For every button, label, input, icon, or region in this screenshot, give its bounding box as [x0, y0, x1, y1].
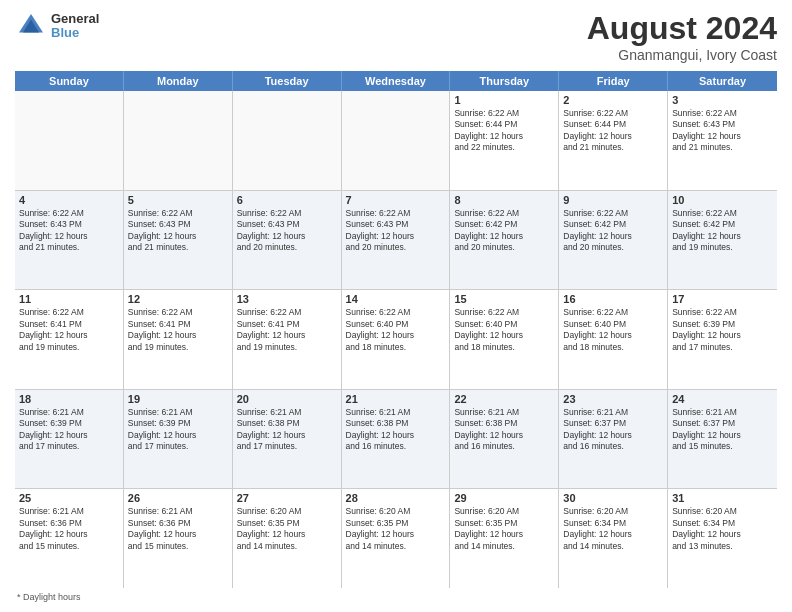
- calendar-cell-day-28: 28Sunrise: 6:20 AM Sunset: 6:35 PM Dayli…: [342, 489, 451, 588]
- cell-info: Sunrise: 6:21 AM Sunset: 6:37 PM Dayligh…: [672, 407, 773, 453]
- calendar-cell-day-10: 10Sunrise: 6:22 AM Sunset: 6:42 PM Dayli…: [668, 191, 777, 290]
- cell-info: Sunrise: 6:21 AM Sunset: 6:38 PM Dayligh…: [346, 407, 446, 453]
- logo-line1: General: [51, 12, 99, 26]
- day-number: 11: [19, 293, 119, 305]
- day-number: 22: [454, 393, 554, 405]
- cell-info: Sunrise: 6:22 AM Sunset: 6:40 PM Dayligh…: [346, 307, 446, 353]
- day-number: 13: [237, 293, 337, 305]
- day-number: 20: [237, 393, 337, 405]
- day-number: 26: [128, 492, 228, 504]
- day-number: 25: [19, 492, 119, 504]
- day-number: 1: [454, 94, 554, 106]
- calendar-header: SundayMondayTuesdayWednesdayThursdayFrid…: [15, 71, 777, 91]
- calendar-cell-day-27: 27Sunrise: 6:20 AM Sunset: 6:35 PM Dayli…: [233, 489, 342, 588]
- cell-info: Sunrise: 6:22 AM Sunset: 6:44 PM Dayligh…: [454, 108, 554, 154]
- calendar-cell-day-16: 16Sunrise: 6:22 AM Sunset: 6:40 PM Dayli…: [559, 290, 668, 389]
- calendar-row-5: 25Sunrise: 6:21 AM Sunset: 6:36 PM Dayli…: [15, 489, 777, 588]
- day-number: 5: [128, 194, 228, 206]
- calendar-cell-day-5: 5Sunrise: 6:22 AM Sunset: 6:43 PM Daylig…: [124, 191, 233, 290]
- cell-info: Sunrise: 6:21 AM Sunset: 6:38 PM Dayligh…: [454, 407, 554, 453]
- logo: General Blue: [15, 10, 99, 42]
- cell-info: Sunrise: 6:22 AM Sunset: 6:42 PM Dayligh…: [454, 208, 554, 254]
- day-number: 17: [672, 293, 773, 305]
- calendar-cell-day-1: 1Sunrise: 6:22 AM Sunset: 6:44 PM Daylig…: [450, 91, 559, 190]
- cell-info: Sunrise: 6:22 AM Sunset: 6:42 PM Dayligh…: [672, 208, 773, 254]
- calendar-cell-day-23: 23Sunrise: 6:21 AM Sunset: 6:37 PM Dayli…: [559, 390, 668, 489]
- day-number: 2: [563, 94, 663, 106]
- calendar-cell-day-31: 31Sunrise: 6:20 AM Sunset: 6:34 PM Dayli…: [668, 489, 777, 588]
- calendar: SundayMondayTuesdayWednesdayThursdayFrid…: [15, 71, 777, 588]
- cell-info: Sunrise: 6:22 AM Sunset: 6:43 PM Dayligh…: [346, 208, 446, 254]
- calendar-cell-day-22: 22Sunrise: 6:21 AM Sunset: 6:38 PM Dayli…: [450, 390, 559, 489]
- day-number: 10: [672, 194, 773, 206]
- calendar-row-2: 4Sunrise: 6:22 AM Sunset: 6:43 PM Daylig…: [15, 191, 777, 291]
- day-number: 9: [563, 194, 663, 206]
- day-number: 16: [563, 293, 663, 305]
- header-day-monday: Monday: [124, 71, 233, 91]
- day-number: 28: [346, 492, 446, 504]
- cell-info: Sunrise: 6:20 AM Sunset: 6:34 PM Dayligh…: [672, 506, 773, 552]
- calendar-row-4: 18Sunrise: 6:21 AM Sunset: 6:39 PM Dayli…: [15, 390, 777, 490]
- calendar-cell-day-17: 17Sunrise: 6:22 AM Sunset: 6:39 PM Dayli…: [668, 290, 777, 389]
- calendar-cell-day-13: 13Sunrise: 6:22 AM Sunset: 6:41 PM Dayli…: [233, 290, 342, 389]
- calendar-cell-day-3: 3Sunrise: 6:22 AM Sunset: 6:43 PM Daylig…: [668, 91, 777, 190]
- day-number: 4: [19, 194, 119, 206]
- calendar-cell-empty: [342, 91, 451, 190]
- cell-info: Sunrise: 6:22 AM Sunset: 6:43 PM Dayligh…: [237, 208, 337, 254]
- calendar-cell-day-6: 6Sunrise: 6:22 AM Sunset: 6:43 PM Daylig…: [233, 191, 342, 290]
- cell-info: Sunrise: 6:22 AM Sunset: 6:41 PM Dayligh…: [128, 307, 228, 353]
- day-number: 19: [128, 393, 228, 405]
- title-block: August 2024 Gnanmangui, Ivory Coast: [587, 10, 777, 63]
- day-number: 18: [19, 393, 119, 405]
- calendar-cell-day-26: 26Sunrise: 6:21 AM Sunset: 6:36 PM Dayli…: [124, 489, 233, 588]
- cell-info: Sunrise: 6:21 AM Sunset: 6:38 PM Dayligh…: [237, 407, 337, 453]
- calendar-cell-day-30: 30Sunrise: 6:20 AM Sunset: 6:34 PM Dayli…: [559, 489, 668, 588]
- logo-line2: Blue: [51, 26, 99, 40]
- calendar-cell-day-14: 14Sunrise: 6:22 AM Sunset: 6:40 PM Dayli…: [342, 290, 451, 389]
- page-title: August 2024: [587, 10, 777, 47]
- calendar-cell-day-8: 8Sunrise: 6:22 AM Sunset: 6:42 PM Daylig…: [450, 191, 559, 290]
- cell-info: Sunrise: 6:22 AM Sunset: 6:42 PM Dayligh…: [563, 208, 663, 254]
- cell-info: Sunrise: 6:22 AM Sunset: 6:41 PM Dayligh…: [237, 307, 337, 353]
- calendar-cell-day-21: 21Sunrise: 6:21 AM Sunset: 6:38 PM Dayli…: [342, 390, 451, 489]
- calendar-cell-day-25: 25Sunrise: 6:21 AM Sunset: 6:36 PM Dayli…: [15, 489, 124, 588]
- cell-info: Sunrise: 6:22 AM Sunset: 6:40 PM Dayligh…: [454, 307, 554, 353]
- day-number: 7: [346, 194, 446, 206]
- cell-info: Sunrise: 6:22 AM Sunset: 6:41 PM Dayligh…: [19, 307, 119, 353]
- cell-info: Sunrise: 6:20 AM Sunset: 6:35 PM Dayligh…: [454, 506, 554, 552]
- logo-text: General Blue: [51, 12, 99, 41]
- calendar-cell-day-12: 12Sunrise: 6:22 AM Sunset: 6:41 PM Dayli…: [124, 290, 233, 389]
- cell-info: Sunrise: 6:21 AM Sunset: 6:39 PM Dayligh…: [19, 407, 119, 453]
- page: General Blue August 2024 Gnanmangui, Ivo…: [0, 0, 792, 612]
- calendar-cell-day-19: 19Sunrise: 6:21 AM Sunset: 6:39 PM Dayli…: [124, 390, 233, 489]
- calendar-cell-day-11: 11Sunrise: 6:22 AM Sunset: 6:41 PM Dayli…: [15, 290, 124, 389]
- cell-info: Sunrise: 6:22 AM Sunset: 6:43 PM Dayligh…: [128, 208, 228, 254]
- cell-info: Sunrise: 6:21 AM Sunset: 6:39 PM Dayligh…: [128, 407, 228, 453]
- calendar-cell-empty: [15, 91, 124, 190]
- cell-info: Sunrise: 6:22 AM Sunset: 6:43 PM Dayligh…: [19, 208, 119, 254]
- footer-note: * Daylight hours: [15, 592, 777, 602]
- cell-info: Sunrise: 6:22 AM Sunset: 6:44 PM Dayligh…: [563, 108, 663, 154]
- day-number: 15: [454, 293, 554, 305]
- day-number: 29: [454, 492, 554, 504]
- calendar-body: 1Sunrise: 6:22 AM Sunset: 6:44 PM Daylig…: [15, 91, 777, 588]
- calendar-cell-day-15: 15Sunrise: 6:22 AM Sunset: 6:40 PM Dayli…: [450, 290, 559, 389]
- calendar-row-1: 1Sunrise: 6:22 AM Sunset: 6:44 PM Daylig…: [15, 91, 777, 191]
- cell-info: Sunrise: 6:20 AM Sunset: 6:35 PM Dayligh…: [346, 506, 446, 552]
- header-day-friday: Friday: [559, 71, 668, 91]
- day-number: 14: [346, 293, 446, 305]
- cell-info: Sunrise: 6:21 AM Sunset: 6:37 PM Dayligh…: [563, 407, 663, 453]
- calendar-cell-day-9: 9Sunrise: 6:22 AM Sunset: 6:42 PM Daylig…: [559, 191, 668, 290]
- day-number: 3: [672, 94, 773, 106]
- day-number: 27: [237, 492, 337, 504]
- calendar-cell-day-29: 29Sunrise: 6:20 AM Sunset: 6:35 PM Dayli…: [450, 489, 559, 588]
- calendar-cell-day-20: 20Sunrise: 6:21 AM Sunset: 6:38 PM Dayli…: [233, 390, 342, 489]
- calendar-cell-empty: [124, 91, 233, 190]
- day-number: 8: [454, 194, 554, 206]
- calendar-cell-empty: [233, 91, 342, 190]
- cell-info: Sunrise: 6:21 AM Sunset: 6:36 PM Dayligh…: [19, 506, 119, 552]
- day-number: 23: [563, 393, 663, 405]
- calendar-cell-day-2: 2Sunrise: 6:22 AM Sunset: 6:44 PM Daylig…: [559, 91, 668, 190]
- cell-info: Sunrise: 6:20 AM Sunset: 6:34 PM Dayligh…: [563, 506, 663, 552]
- page-subtitle: Gnanmangui, Ivory Coast: [587, 47, 777, 63]
